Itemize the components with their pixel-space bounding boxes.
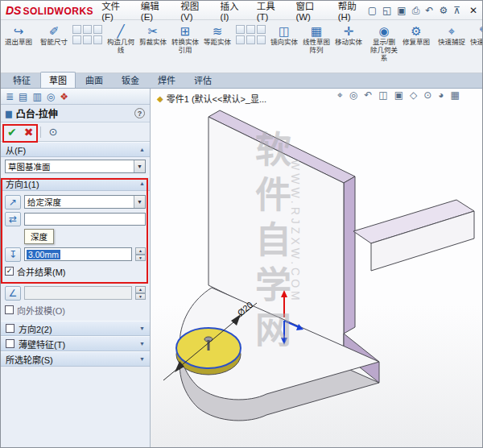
direction-reference-box[interactable] — [24, 213, 146, 226]
linear-sketch-pattern-icon: ▦ — [311, 24, 322, 39]
appearances-tab-icon[interactable]: ❖ — [60, 91, 68, 102]
zoom-fit-icon[interactable]: ⌖ — [337, 89, 343, 101]
chevron-down-icon[interactable]: ▼ — [134, 160, 145, 172]
tab-sheet-metal[interactable]: 钣金 — [113, 72, 148, 88]
configuration-tab-icon[interactable]: ▥ — [32, 91, 41, 102]
linear-sketch-pattern-button[interactable]: ▦ 线性草图阵列 — [301, 22, 332, 71]
thin-feature-checkbox[interactable] — [6, 339, 14, 348]
pin-icon[interactable]: ⊼ — [453, 5, 460, 16]
sketch-tool-icon[interactable] — [236, 35, 245, 44]
tab-evaluate[interactable]: 评估 — [185, 72, 221, 88]
draft-icon[interactable]: ∠ — [5, 286, 21, 301]
convert-entities-button[interactable]: ⊞ 转换实体引用 — [170, 22, 200, 71]
view-orientation-icon[interactable]: ▣ — [394, 89, 403, 101]
depth-icon: ↧ — [5, 247, 21, 262]
undo-icon[interactable]: ↶ — [425, 5, 433, 16]
print-icon[interactable]: ⎙ — [412, 5, 420, 16]
save-icon[interactable]: ▣ — [397, 5, 406, 16]
reverse-direction-icon[interactable]: ⇄ — [5, 212, 21, 226]
direction1-section-body: ↗ 给定深度 ▼ ⇄ 深度 ↧ 3.00mm — [1, 191, 150, 282]
spin-up-icon[interactable]: ▲ — [135, 247, 146, 255]
spin-up-icon[interactable]: ▲ — [135, 286, 146, 293]
options-gear-icon[interactable]: ⚙ — [439, 5, 448, 16]
tab-weldments[interactable]: 焊件 — [149, 72, 184, 88]
open-icon[interactable]: ◱ — [382, 5, 391, 16]
cancel-button[interactable]: ✖ — [24, 126, 34, 139]
construction-geometry-button[interactable]: ╱ 构造几何线 — [105, 22, 136, 71]
menu-item-window[interactable]: 窗口(W) — [295, 0, 327, 22]
model-canvas[interactable]: Ø20 — [151, 89, 482, 448]
menu-item-help[interactable]: 帮助(H) — [338, 0, 368, 22]
exit-sketch-button[interactable]: ↪ 退出草图 — [3, 22, 34, 71]
new-document-icon[interactable]: ▢ — [368, 5, 377, 16]
display-delete-relations-button[interactable]: ◉ 显示/删除几何关系 — [369, 22, 399, 71]
quick-snaps-icon: ⌖ — [448, 24, 455, 39]
move-entities-button[interactable]: ✛ 移动实体 — [333, 22, 364, 71]
propertymanager-tab-icon[interactable]: ▤ — [19, 91, 27, 102]
dimxpert-tab-icon[interactable]: ◎ — [47, 91, 55, 102]
draft-outward-checkbox[interactable] — [5, 305, 14, 314]
draft-section-body: ∠ ▲ ▼ 向外拔模(O) — [1, 282, 150, 321]
sketch-tool-icon[interactable] — [257, 35, 266, 44]
menu-item-insert[interactable]: 插入(I) — [221, 0, 246, 22]
rapid-sketch-button[interactable]: ✎ 快速草图 — [469, 22, 483, 71]
depth-input[interactable]: 3.00mm — [24, 247, 132, 261]
selected-contours-section-header[interactable]: 所选轮廓(S) ▼ — [1, 351, 150, 367]
spin-down-icon[interactable]: ▼ — [135, 255, 146, 262]
confirm-bar: ✔ ✖ ⊙ — [1, 122, 150, 142]
ok-button[interactable]: ✔ — [7, 126, 17, 139]
tab-features[interactable]: 特征 — [4, 72, 39, 88]
graphics-area[interactable]: Ø20 软件自学网 WWW.RJZXW.COM ⌖ ◎ ↶ ◫ — [151, 89, 482, 448]
section-view-icon[interactable]: ◫ — [378, 89, 387, 101]
spin-down-icon[interactable]: ▼ — [135, 293, 146, 301]
plate-right-face[interactable] — [344, 176, 355, 334]
sketch-entity-icon[interactable] — [93, 25, 102, 34]
display-style-icon[interactable]: ◇ — [410, 89, 417, 101]
merge-result-checkbox[interactable]: ✓ — [5, 267, 14, 276]
menu-item-tools[interactable]: 工具(T) — [257, 0, 286, 22]
sketch-tool-icon[interactable] — [236, 25, 245, 34]
direction1-section-header[interactable]: 方向1(1) ▲ — [1, 176, 150, 191]
smart-dimension-icon: ✐ — [49, 24, 60, 39]
part-icon: ◆ — [157, 94, 163, 103]
menu-item-edit[interactable]: 编辑(E) — [141, 0, 170, 22]
draft-angle-input[interactable] — [24, 286, 132, 300]
sketch-entity-icon[interactable] — [83, 35, 92, 44]
tab-surfaces[interactable]: 曲面 — [76, 72, 112, 88]
featuremanager-tab-icon[interactable]: ≣ — [6, 91, 14, 102]
help-icon[interactable]: ? — [134, 108, 145, 118]
offset-entities-button[interactable]: ≋ 等距实体 — [202, 22, 233, 71]
quick-snaps-button[interactable]: ⌖ 快速捕捉 — [436, 22, 467, 71]
depth-value: 3.00mm — [27, 250, 60, 259]
thin-feature-section-header[interactable]: 薄壁特征(T) ▼ — [1, 336, 150, 351]
appearance-icon[interactable]: ◕ — [438, 89, 444, 101]
sketch-tool-icon[interactable] — [257, 25, 266, 34]
end-condition-select[interactable]: 给定深度 ▼ — [24, 195, 146, 209]
sketch-entity-icon[interactable] — [93, 35, 102, 44]
direction2-checkbox[interactable] — [6, 324, 14, 333]
close-icon[interactable]: ✕ — [469, 5, 477, 16]
zoom-area-icon[interactable]: ◎ — [349, 89, 357, 101]
sketch-tool-icon[interactable] — [246, 25, 255, 34]
from-section-header[interactable]: 从(F) ▲ — [1, 142, 150, 157]
sketch-tool-icon[interactable] — [246, 35, 255, 44]
menu-item-view[interactable]: 视图(V) — [180, 0, 209, 22]
sketch-entity-icon[interactable] — [83, 25, 92, 34]
trim-entities-button[interactable]: ✂ 剪裁实体 — [138, 22, 168, 71]
direction-arrow-icon[interactable]: ↗ — [5, 195, 21, 209]
start-condition-select[interactable]: 草图基准面 ▼ — [5, 160, 146, 173]
sketch-entity-icon[interactable] — [72, 25, 81, 34]
preview-button[interactable]: ⊙ — [48, 126, 57, 138]
tab-sketch[interactable]: 草图 — [40, 72, 76, 88]
hide-show-items-icon[interactable]: ⊙ — [423, 89, 431, 101]
sketch-entity-icon[interactable] — [72, 35, 81, 44]
repair-sketch-button[interactable]: ⚙ 修复草图 — [401, 22, 431, 71]
mirror-entities-button[interactable]: ◫ 镜向实体 — [269, 22, 299, 71]
menu-item-file[interactable]: 文件(F) — [101, 0, 130, 22]
scene-icon[interactable]: ▦ — [451, 89, 460, 101]
smart-dimension-button[interactable]: ✐ 智能尺寸 — [39, 22, 69, 71]
direction2-section-header[interactable]: 方向2(2) ▼ — [1, 321, 150, 336]
previous-view-icon[interactable]: ↶ — [364, 89, 372, 101]
flyout-tree-item[interactable]: ◆ 零件1 (默认<<默认>_显... — [157, 92, 266, 105]
chevron-down-icon[interactable]: ▼ — [134, 196, 145, 208]
